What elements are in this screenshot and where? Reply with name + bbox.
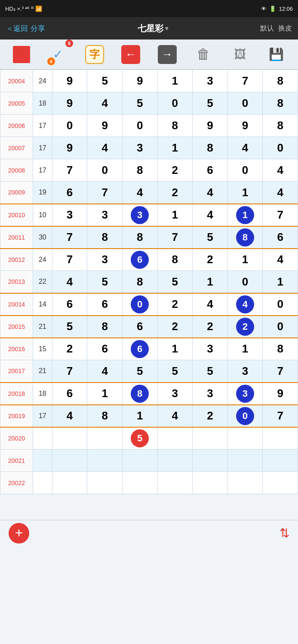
- char-button[interactable]: 字: [83, 43, 106, 66]
- num-cell[interactable]: 2: [193, 316, 228, 338]
- trash-button[interactable]: 🗑: [192, 43, 215, 66]
- num-cell[interactable]: 4: [52, 405, 87, 427]
- num-cell[interactable]: 2: [157, 182, 193, 204]
- num-cell[interactable]: [263, 472, 298, 494]
- num-cell[interactable]: 4: [227, 293, 263, 316]
- num-cell[interactable]: [193, 450, 228, 472]
- sort-button[interactable]: ⇅: [280, 526, 289, 540]
- num-cell[interactable]: 4: [193, 182, 228, 204]
- num-cell[interactable]: 5: [52, 316, 87, 338]
- num-cell[interactable]: 8: [263, 70, 298, 92]
- share-button[interactable]: 分享: [31, 24, 45, 33]
- table-row[interactable]: 20014146602440: [0, 293, 298, 316]
- num-cell[interactable]: 0: [52, 115, 87, 137]
- num-cell[interactable]: 7: [263, 204, 298, 226]
- num-cell[interactable]: 8: [193, 137, 228, 159]
- table-row[interactable]: 20021: [0, 450, 298, 472]
- num-cell[interactable]: 6: [193, 159, 228, 182]
- add-button[interactable]: +: [9, 523, 29, 544]
- num-cell[interactable]: 2: [193, 249, 228, 271]
- back-button[interactable]: ＜返回: [6, 24, 28, 33]
- num-cell[interactable]: [122, 472, 157, 494]
- num-cell[interactable]: [193, 472, 228, 494]
- table-row[interactable]: 200205: [0, 427, 298, 450]
- num-cell[interactable]: 9: [227, 115, 263, 137]
- num-cell[interactable]: 5: [193, 226, 228, 249]
- num-cell[interactable]: 3: [157, 383, 193, 405]
- num-cell[interactable]: 7: [87, 182, 123, 204]
- num-cell[interactable]: 3: [193, 383, 228, 405]
- table-row[interactable]: 20010103331417: [0, 204, 298, 226]
- num-cell[interactable]: 6: [52, 182, 87, 204]
- num-cell[interactable]: 1: [157, 70, 193, 92]
- num-cell[interactable]: 3: [193, 70, 228, 92]
- num-cell[interactable]: 0: [227, 271, 263, 293]
- num-cell[interactable]: 4: [193, 293, 228, 316]
- table-row[interactable]: 20019174814207: [0, 405, 298, 427]
- num-cell[interactable]: 5: [193, 360, 228, 383]
- num-cell[interactable]: 7: [263, 405, 298, 427]
- num-cell[interactable]: 5: [157, 360, 193, 383]
- num-cell[interactable]: 3: [87, 204, 123, 226]
- num-cell[interactable]: 8: [122, 383, 157, 405]
- table-row[interactable]: 20009196742414: [0, 182, 298, 204]
- num-cell[interactable]: 9: [87, 115, 123, 137]
- num-cell[interactable]: 4: [52, 271, 87, 293]
- num-cell[interactable]: 4: [263, 249, 298, 271]
- num-cell[interactable]: 3: [52, 204, 87, 226]
- num-cell[interactable]: 9: [52, 70, 87, 92]
- num-cell[interactable]: 3: [227, 360, 263, 383]
- num-cell[interactable]: 1: [227, 338, 263, 360]
- num-cell[interactable]: 5: [122, 360, 157, 383]
- save-button[interactable]: 💾: [265, 43, 288, 66]
- num-cell[interactable]: 6: [52, 383, 87, 405]
- num-cell[interactable]: 7: [52, 226, 87, 249]
- num-cell[interactable]: [227, 472, 263, 494]
- num-cell[interactable]: 0: [157, 92, 193, 115]
- num-cell[interactable]: 7: [263, 360, 298, 383]
- num-cell[interactable]: 5: [122, 92, 157, 115]
- num-cell[interactable]: 1: [122, 405, 157, 427]
- num-cell[interactable]: 8: [87, 405, 123, 427]
- num-cell[interactable]: 4: [122, 182, 157, 204]
- num-cell[interactable]: 8: [87, 226, 123, 249]
- num-cell[interactable]: 7: [227, 70, 263, 92]
- num-cell[interactable]: 6: [122, 249, 157, 271]
- num-cell[interactable]: [157, 450, 193, 472]
- num-cell[interactable]: 0: [263, 137, 298, 159]
- num-cell[interactable]: [157, 472, 193, 494]
- num-cell[interactable]: 9: [52, 92, 87, 115]
- num-cell[interactable]: 4: [227, 137, 263, 159]
- num-cell[interactable]: 4: [263, 182, 298, 204]
- num-cell[interactable]: 0: [263, 316, 298, 338]
- num-cell[interactable]: 7: [52, 360, 87, 383]
- num-cell[interactable]: 2: [157, 316, 193, 338]
- num-cell[interactable]: [87, 472, 123, 494]
- num-cell[interactable]: 4: [87, 360, 123, 383]
- num-cell[interactable]: 0: [87, 159, 123, 182]
- num-cell[interactable]: 0: [263, 293, 298, 316]
- table-row[interactable]: 20016152661318: [0, 338, 298, 360]
- num-cell[interactable]: 8: [122, 226, 157, 249]
- num-cell[interactable]: 4: [157, 405, 193, 427]
- num-cell[interactable]: 7: [52, 159, 87, 182]
- num-cell[interactable]: [52, 427, 87, 450]
- num-cell[interactable]: 2: [157, 159, 193, 182]
- default-button[interactable]: 默认: [260, 24, 274, 33]
- table-row[interactable]: 20007179431840: [0, 137, 298, 159]
- num-cell[interactable]: 8: [87, 316, 123, 338]
- table-row[interactable]: 20018186183339: [0, 383, 298, 405]
- nav-right[interactable]: 默认 换皮: [260, 24, 292, 33]
- num-cell[interactable]: 8: [157, 115, 193, 137]
- num-cell[interactable]: 9: [263, 383, 298, 405]
- num-cell[interactable]: 6: [122, 338, 157, 360]
- num-cell[interactable]: 1: [263, 271, 298, 293]
- skin-button[interactable]: 换皮: [278, 24, 292, 33]
- num-cell[interactable]: 3: [193, 338, 228, 360]
- check-button[interactable]: ✓ 8 6: [46, 43, 70, 66]
- table-row[interactable]: 20013224585101: [0, 271, 298, 293]
- table-row[interactable]: 20011307887586: [0, 226, 298, 249]
- table-row[interactable]: 20006170908998: [0, 115, 298, 137]
- num-cell[interactable]: 1: [227, 182, 263, 204]
- num-cell[interactable]: 9: [52, 137, 87, 159]
